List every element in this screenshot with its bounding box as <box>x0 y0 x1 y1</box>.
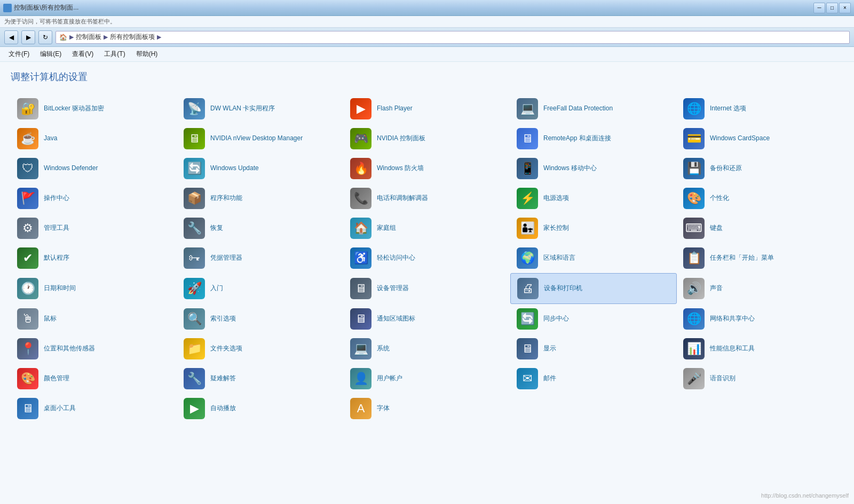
cp-item-internet-options[interactable]: 🌐 Internet 选项 <box>677 94 843 124</box>
address-input[interactable]: 🏠 ▶ 控制面板 ▶ 所有控制面板项 ▶ <box>56 31 850 44</box>
breadcrumb-all[interactable]: 所有控制面板项 <box>110 33 155 42</box>
cp-icon-dw-wlan: 📡 <box>184 98 205 119</box>
cp-item-date-time[interactable]: 🕐 日期和时间 <box>11 273 177 304</box>
close-button[interactable]: × <box>839 3 851 13</box>
cp-item-default-programs[interactable]: ✔ 默认程序 <box>11 243 177 273</box>
cp-item-windows-defender[interactable]: 🛡 Windows Defender <box>11 154 177 183</box>
cp-label-speech-recognition: 语音识别 <box>710 374 736 383</box>
cp-item-java[interactable]: ☕ Java <box>11 124 177 154</box>
page-title: 调整计算机的设置 <box>11 70 843 83</box>
cp-item-ease-access[interactable]: ♿ 轻松访问中心 <box>344 243 510 273</box>
cp-item-windows-cardspace[interactable]: 💳 Windows CardSpace <box>677 124 843 154</box>
window-controls[interactable]: ─ □ × <box>813 3 851 13</box>
cp-label-admin-tools: 管理工具 <box>44 224 69 233</box>
cp-icon-action-center: 🚩 <box>17 188 38 209</box>
cp-item-mouse[interactable]: 🖱 鼠标 <box>11 304 177 334</box>
cp-item-windows-firewall[interactable]: 🔥 Windows 防火墙 <box>344 154 510 183</box>
cp-icon-internet-options: 🌐 <box>683 98 705 119</box>
cp-icon-windows-cardspace: 💳 <box>683 128 705 149</box>
cp-item-credential-manager[interactable]: 🗝 凭据管理器 <box>177 243 344 273</box>
minimize-button[interactable]: ─ <box>813 3 825 13</box>
cp-label-taskbar-start: 任务栏和「开始」菜单 <box>710 254 774 262</box>
cp-label-credential-manager: 凭据管理器 <box>210 254 242 262</box>
cp-item-troubleshoot[interactable]: 🔧 疑难解答 <box>177 364 344 394</box>
menu-file[interactable]: 文件(F) <box>4 48 34 60</box>
menu-help[interactable]: 帮助(H) <box>132 48 162 60</box>
cp-item-windows-mobility[interactable]: 📱 Windows 移动中心 <box>510 154 677 183</box>
cp-item-parental-controls[interactable]: 👨‍👧 家长控制 <box>510 213 677 243</box>
address-bar: ◀ ▶ ↻ 🏠 ▶ 控制面板 ▶ 所有控制面板项 ▶ <box>0 28 854 47</box>
cp-item-dw-wlan[interactable]: 📡 DW WLAN 卡实用程序 <box>177 94 344 124</box>
cp-item-bitlocker[interactable]: 🔐 BitLocker 驱动器加密 <box>11 94 177 124</box>
cp-item-system[interactable]: 💻 系统 <box>344 334 510 364</box>
cp-item-fonts[interactable]: A 字体 <box>344 394 510 423</box>
cp-item-desktop-gadgets[interactable]: 🖥 桌面小工具 <box>11 394 177 423</box>
cp-item-remoteapp[interactable]: 🖥 RemoteApp 和桌面连接 <box>510 124 677 154</box>
cp-label-personalization: 个性化 <box>710 194 729 203</box>
cp-item-notification-icons[interactable]: 🖥 通知区域图标 <box>344 304 510 334</box>
cp-item-power-options[interactable]: ⚡ 电源选项 <box>510 183 677 213</box>
cp-icon-power-options: ⚡ <box>517 188 538 209</box>
cp-icon-windows-firewall: 🔥 <box>350 158 371 179</box>
cp-item-recovery[interactable]: 🔧 恢复 <box>177 213 344 243</box>
breadcrumb-panel[interactable]: 控制面板 <box>76 33 101 42</box>
cp-icon-speech-recognition: 🎤 <box>683 368 705 389</box>
control-panel-grid: 🔐 BitLocker 驱动器加密 📡 DW WLAN 卡实用程序 ▶ Flas… <box>11 94 843 423</box>
cp-label-troubleshoot: 疑难解答 <box>210 374 236 383</box>
cp-item-personalization[interactable]: 🎨 个性化 <box>677 183 843 213</box>
cp-item-sync-center[interactable]: 🔄 同步中心 <box>510 304 677 334</box>
cp-item-user-accounts[interactable]: 👤 用户帐户 <box>344 364 510 394</box>
menu-view[interactable]: 查看(V) <box>68 48 98 60</box>
cp-item-admin-tools[interactable]: ⚙ 管理工具 <box>11 213 177 243</box>
cp-item-mail[interactable]: ✉ 邮件 <box>510 364 677 394</box>
cp-item-color-management[interactable]: 🎨 颜色管理 <box>11 364 177 394</box>
cp-item-taskbar-start[interactable]: 📋 任务栏和「开始」菜单 <box>677 243 843 273</box>
forward-button[interactable]: ▶ <box>21 30 35 44</box>
cp-label-folder-options: 文件夹选项 <box>210 345 242 353</box>
cp-item-phone-modem[interactable]: 📞 电话和调制解调器 <box>344 183 510 213</box>
cp-icon-nvidia-panel: 🎮 <box>350 128 371 149</box>
cp-item-folder-options[interactable]: 📁 文件夹选项 <box>177 334 344 364</box>
cp-icon-sync-center: 🔄 <box>517 308 538 330</box>
cp-item-keyboard[interactable]: ⌨ 键盘 <box>677 213 843 243</box>
cp-label-system: 系统 <box>377 345 390 353</box>
cp-label-windows-mobility: Windows 移动中心 <box>543 164 597 173</box>
cp-item-freefall[interactable]: 💻 FreeFall Data Protection <box>510 94 677 124</box>
cp-item-windows-update[interactable]: 🔄 Windows Update <box>177 154 344 183</box>
cp-item-sound[interactable]: 🔊 声音 <box>677 273 843 304</box>
cp-item-devices-printers[interactable]: 🖨 设备和打印机 <box>510 273 677 304</box>
cp-item-programs-features[interactable]: 📦 程序和功能 <box>177 183 344 213</box>
cp-item-performance[interactable]: 📊 性能信息和工具 <box>677 334 843 364</box>
maximize-button[interactable]: □ <box>826 3 838 13</box>
menu-tools[interactable]: 工具(T) <box>100 48 129 60</box>
cp-item-device-manager[interactable]: 🖥 设备管理器 <box>344 273 510 304</box>
cp-icon-date-time: 🕐 <box>17 278 38 299</box>
cp-item-autoplay[interactable]: ▶ 自动播放 <box>177 394 344 423</box>
cp-label-default-programs: 默认程序 <box>44 254 69 262</box>
cp-icon-system: 💻 <box>350 338 371 359</box>
cp-icon-windows-defender: 🛡 <box>17 158 38 179</box>
cp-item-backup-restore[interactable]: 💾 备份和还原 <box>677 154 843 183</box>
cp-icon-recovery: 🔧 <box>184 218 205 239</box>
cp-icon-parental-controls: 👨‍👧 <box>517 218 538 239</box>
refresh-button[interactable]: ↻ <box>38 30 52 44</box>
cp-label-windows-cardspace: Windows CardSpace <box>710 134 770 143</box>
cp-item-index-options[interactable]: 🔍 索引选项 <box>177 304 344 334</box>
cp-item-location-sensors[interactable]: 📍 位置和其他传感器 <box>11 334 177 364</box>
cp-item-nvidia-nview[interactable]: 🖥 NVIDIA nView Desktop Manager <box>177 124 344 154</box>
back-button[interactable]: ◀ <box>4 30 18 44</box>
cp-icon-personalization: 🎨 <box>683 188 705 209</box>
cp-label-color-management: 颜色管理 <box>44 374 69 383</box>
cp-item-homegroup[interactable]: 🏠 家庭组 <box>344 213 510 243</box>
cp-item-display[interactable]: 🖥 显示 <box>510 334 677 364</box>
cp-item-region-language[interactable]: 🌍 区域和语言 <box>510 243 677 273</box>
cp-item-flash-player[interactable]: ▶ Flash Player <box>344 94 510 124</box>
window-icon <box>3 4 12 12</box>
cp-item-getting-started[interactable]: 🚀 入门 <box>177 273 344 304</box>
cp-item-action-center[interactable]: 🚩 操作中心 <box>11 183 177 213</box>
cp-item-nvidia-panel[interactable]: 🎮 NVIDIA 控制面板 <box>344 124 510 154</box>
cp-item-network-sharing[interactable]: 🌐 网络和共享中心 <box>677 304 843 334</box>
cp-icon-region-language: 🌍 <box>517 247 538 269</box>
cp-item-speech-recognition[interactable]: 🎤 语音识别 <box>677 364 843 394</box>
menu-edit[interactable]: 编辑(E) <box>36 48 66 60</box>
